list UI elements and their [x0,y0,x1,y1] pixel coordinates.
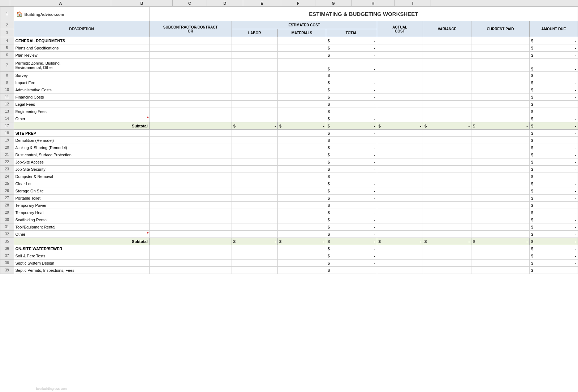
table-row: 30 Scaffolding Rental $- $- [0,216,578,223]
col-letter-b: B [111,0,173,6]
col-letter-e: E [243,0,281,6]
actual-cost-header: ACTUAL COST [377,21,423,37]
row-num-1: 1 [0,7,14,21]
col-letter-c: C [173,0,207,6]
row4-amt-due: $- [529,37,578,44]
spreadsheet-container: A B C D E F G H I 1 🏠 BuildingAdvisor.co… [0,0,578,392]
current-paid-header: CURRENT PAID [471,21,530,37]
desc-header: DESCRIPTION [14,21,149,37]
estimated-cost-header: ESTIMATED COST [232,21,377,29]
table-row: 27 Portable Toilet $- $- [0,195,578,202]
header-row-2: 2 DESCRIPTION SUBCONTRACTOR/CONTRACT OR … [0,21,578,29]
total-header: TOTAL [326,29,377,37]
col-letter-g: G [315,0,351,6]
table-row: 24 Dumpster & Removal $- $- [0,173,578,180]
watermark: bestbuildingress.com [36,387,67,391]
table-row: 7 Permits: Zoning, Building,Environmenta… [0,59,578,72]
table-row: 19 Demolition (Remodel) $- $- [0,137,578,144]
table-row: 22 Job-Site Access $- $- [0,158,578,166]
table-row: 12 Legal Fees $- $- [0,101,578,108]
table-row: 13 Engineering Fees $- $- [0,108,578,115]
title-row: 1 🏠 BuildingAdvisor.com ESTIMATING & BUD… [0,7,578,21]
labor-header: LABOR [232,29,277,37]
table-row: 10 Administrative Costs $- $- [0,86,578,93]
table-row: 26 Storage On Site $- $- [0,187,578,195]
table-row: 29 Temporary Heat $- $- [0,209,578,216]
table-row: 20 Jacking & Shoring (Remodel) $- $- [0,144,578,151]
subcontract-header: SUBCONTRACTOR/CONTRACT OR [149,21,232,37]
subtotal-row-1: 17 Subtotal $- $- $- $- $- $- $- [0,122,578,130]
row4-total: $- [326,37,377,44]
table-row: 9 Impact Fee $- $- [0,79,578,86]
table-row: 38 Septic System Design $- $- [0,260,578,267]
col-letter-h: H [351,0,395,6]
col-letter-header: A B C D E F G H I [0,0,578,6]
table-row: 8 Survey $- $- [0,72,578,79]
col-letter-i: I [395,0,431,6]
worksheet-title: ESTIMATING & BUDGETING WORKSHEET [149,7,578,21]
materials-header: MATERIALS [277,29,326,37]
table-row: 25 Clear Lot $- $- [0,180,578,187]
general-req-label: GENERAL REQUIRMENTS [14,37,149,44]
site-prep-label: SITE PREP [14,130,149,137]
amount-due-header: AMOUNT DUE [529,21,578,37]
table-row: 6 Plan Review $- $- [0,52,578,59]
col-letter-a: A [10,0,111,6]
logo-cell: 🏠 BuildingAdvisor.com [14,7,149,21]
section-row-18: 18 SITE PREP $- $- [0,130,578,137]
table-row: 23 Job-Site Security $- $- [0,166,578,173]
onsite-water-label: ON-SITE WATER/SEWER [14,245,149,252]
table-row: 28 Temporary Power $- $- [0,202,578,209]
row-num-3: 3 [0,29,14,37]
table-row: 31 Tool/Equipment Rental $- $- [0,223,578,231]
table-row: 21 Dust control, Surface Protection $- $… [0,151,578,158]
table-row: 11 Financing Costs $- $- [0,93,578,101]
subtotal-row-2: 35 Subtotal $- $- $- $- $- $- $- [0,238,578,245]
col-letter-d: D [207,0,243,6]
table-row: 5 Plans and Specifications $- $- [0,44,578,52]
row-num-2: 2 [0,21,14,29]
table-row: 14 Other ▸ $- $- [0,115,578,122]
section-row-4: 4 GENERAL REQUIRMENTS $- $- [0,37,578,44]
col-letter-f: F [281,0,315,6]
section-row-36: 36 ON-SITE WATER/SEWER $- $- [0,245,578,252]
table-row: 39 Septic Permits, Inspections, Fees $- … [0,267,578,274]
building-icon: 🏠 [16,11,22,17]
table-row: 32 Other ▸ $- $- [0,231,578,238]
variance-header: VARIANCE [423,21,471,37]
table-row: 37 Soil & Perc Tests $- $- [0,252,578,260]
